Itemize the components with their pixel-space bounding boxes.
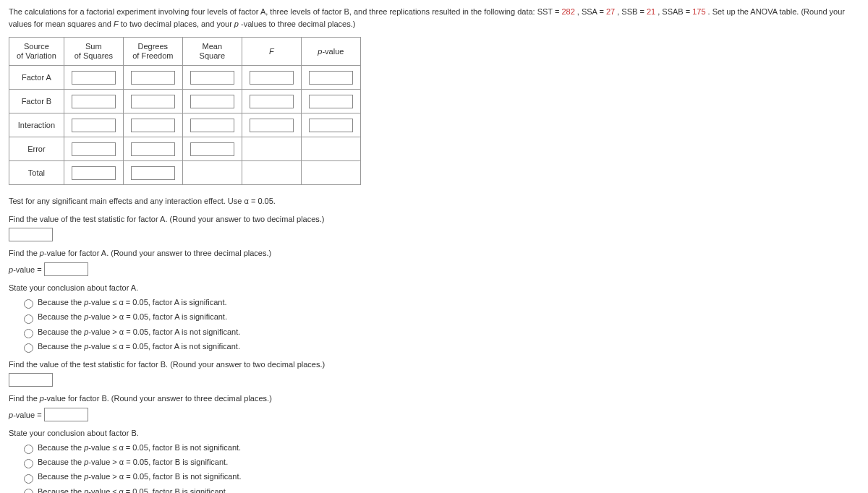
input-err-ss[interactable]	[72, 142, 116, 156]
test-instruction: Test for any significant main effects an…	[9, 195, 859, 207]
ssab-value: 175	[692, 7, 705, 16]
table-row-factor-a: Factor A	[9, 66, 361, 90]
input-a-f[interactable]	[250, 71, 294, 85]
col-header-source: Sourceof Variation	[9, 38, 64, 66]
col-header-df: Degreesof Freedom	[123, 38, 182, 66]
col-header-ms: MeanSquare	[182, 38, 242, 66]
input-b-ss[interactable]	[72, 95, 116, 108]
intro-text-4: , SSAB =	[658, 7, 692, 16]
input-a-df[interactable]	[131, 71, 175, 85]
table-row-interaction: Interaction	[9, 113, 361, 137]
intro-text-7: -values to three decimal places.)	[241, 20, 355, 28]
row-label-tot: Total	[9, 161, 64, 185]
find-pvalue-b: Find the p-value for factor B. (Round yo…	[9, 393, 859, 405]
input-a-ss[interactable]	[72, 71, 116, 85]
input-int-df[interactable]	[131, 119, 175, 132]
input-int-f[interactable]	[250, 119, 294, 132]
radio-a-opt4-label: Because the p-value ≤ α = 0.05, factor A…	[38, 342, 240, 351]
radio-b-opt3[interactable]	[24, 474, 33, 484]
radio-a-opt2-label: Because the p-value > α = 0.05, factor A…	[38, 312, 227, 321]
col-header-pvalue: p-value	[301, 38, 360, 66]
input-tot-df[interactable]	[131, 166, 175, 180]
state-conclusion-b: State your conclusion about factor B.	[9, 427, 859, 440]
anova-table: Sourceof Variation Sumof Squares Degrees…	[9, 37, 361, 185]
radio-b-opt4-label: Because the p-value ≤ α = 0.05, factor B…	[38, 487, 228, 493]
input-pvalue-a[interactable]	[44, 262, 88, 276]
row-label-b: Factor B	[9, 90, 64, 113]
col-header-ss: Sumof Squares	[64, 38, 123, 66]
input-int-ms[interactable]	[190, 119, 234, 132]
input-int-ss[interactable]	[72, 119, 116, 132]
sst-value: 282	[561, 7, 574, 16]
input-test-stat-b[interactable]	[9, 373, 53, 387]
radio-a-opt3[interactable]	[24, 329, 33, 338]
radio-b-opt4[interactable]	[24, 489, 33, 493]
table-row-total: Total	[9, 161, 361, 185]
input-b-ms[interactable]	[190, 95, 234, 108]
f-italic: F	[114, 20, 119, 28]
intro-text-1: The calculations for a factorial experim…	[9, 7, 561, 16]
row-label-int: Interaction	[9, 113, 64, 137]
input-tot-ss[interactable]	[72, 166, 116, 180]
col-header-f: F	[242, 38, 301, 66]
intro-text-2: , SSA =	[577, 7, 606, 16]
input-int-p[interactable]	[309, 119, 353, 132]
input-err-df[interactable]	[131, 142, 175, 156]
find-pvalue-a: Find the p-value for factor A. (Round yo…	[9, 247, 859, 260]
ssb-value: 21	[647, 7, 655, 16]
input-b-p[interactable]	[309, 95, 353, 108]
input-err-ms[interactable]	[190, 142, 234, 156]
radio-b-opt2[interactable]	[24, 459, 33, 468]
input-test-stat-a[interactable]	[9, 228, 53, 241]
radio-b-opt2-label: Because the p-value > α = 0.05, factor B…	[38, 458, 228, 466]
pvalue-b-row: p-value =	[9, 408, 859, 421]
row-label-a: Factor A	[9, 66, 64, 90]
find-test-stat-a: Find the value of the test statistic for…	[9, 213, 859, 226]
find-test-stat-b: Find the value of the test statistic for…	[9, 359, 859, 371]
intro-text-3: , SSB =	[617, 7, 647, 16]
radio-b-opt3-label: Because the p-value > α = 0.05, factor B…	[38, 472, 242, 481]
radio-a-opt1[interactable]	[24, 299, 33, 309]
radio-b-opt1[interactable]	[24, 445, 33, 454]
input-a-p[interactable]	[309, 71, 353, 85]
radio-a-opt4[interactable]	[24, 343, 33, 353]
p-italic: p	[234, 20, 239, 28]
row-label-err: Error	[9, 137, 64, 161]
input-pvalue-b[interactable]	[44, 408, 88, 421]
intro-paragraph: The calculations for a factorial experim…	[9, 6, 859, 30]
radio-b-opt1-label: Because the p-value ≤ α = 0.05, factor B…	[38, 443, 241, 452]
input-b-df[interactable]	[131, 95, 175, 108]
input-a-ms[interactable]	[190, 71, 234, 85]
pvalue-a-row: p-value =	[9, 262, 859, 276]
radio-a-opt2[interactable]	[24, 314, 33, 324]
table-row-error: Error	[9, 137, 361, 161]
radio-a-opt1-label: Because the p-value ≤ α = 0.05, factor A…	[38, 298, 227, 306]
state-conclusion-a: State your conclusion about factor A.	[9, 282, 859, 294]
radio-a-opt3-label: Because the p-value > α = 0.05, factor A…	[38, 327, 240, 336]
table-row-factor-b: Factor B	[9, 90, 361, 113]
ssa-value: 27	[606, 7, 615, 16]
intro-text-6: to two decimal places, and your	[121, 20, 234, 28]
input-b-f[interactable]	[250, 95, 294, 108]
